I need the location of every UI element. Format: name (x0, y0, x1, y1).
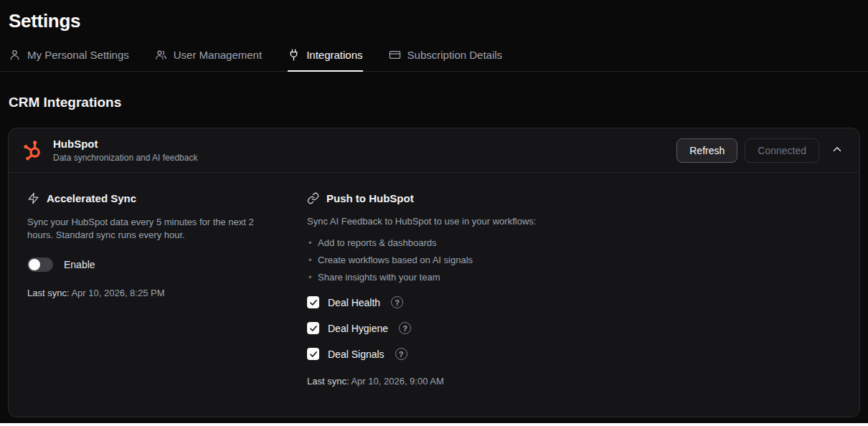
push-last-sync: Last sync: Apr 10, 2026, 9:00 AM (307, 376, 842, 387)
page-header: Settings My Personal Settings User Manag… (0, 0, 868, 72)
push-title: Push to HubSpot (326, 192, 414, 204)
collapse-card-button[interactable] (826, 140, 848, 161)
user-icon (9, 49, 21, 61)
deal-hygiene-checkbox[interactable] (307, 322, 319, 334)
push-to-hubspot-section: Push to HubSpot Sync AI Feedback to HubS… (307, 192, 842, 387)
integration-header-actions: Refresh Connected (676, 138, 848, 163)
toggle-knob (29, 259, 40, 270)
tab-bar: My Personal Settings User Management Int… (9, 49, 859, 72)
tab-subscription-details[interactable]: Subscription Details (389, 49, 503, 72)
integration-card-body: Accelerated Sync Sync your HubSpot data … (9, 173, 859, 417)
users-icon (155, 49, 167, 61)
tab-label: Subscription Details (407, 49, 503, 61)
deal-signals-checkbox[interactable] (307, 348, 319, 360)
deal-health-checkbox[interactable] (307, 296, 319, 308)
link-icon (307, 192, 319, 204)
integration-name: HubSpot (53, 138, 197, 150)
bullet-item: Add to reports & dashboards (307, 237, 842, 248)
chevron-up-icon (831, 143, 844, 158)
tab-integrations[interactable]: Integrations (288, 49, 362, 72)
bullet-item: Create workflows based on AI signals (307, 255, 842, 265)
help-icon[interactable]: ? (395, 348, 407, 360)
deal-hygiene-row: Deal Hygiene ? (307, 322, 842, 334)
refresh-button[interactable]: Refresh (676, 138, 737, 163)
tab-my-personal-settings[interactable]: My Personal Settings (9, 49, 129, 72)
last-sync-value: Apr 10, 2026, 8:25 PM (71, 288, 164, 298)
help-icon[interactable]: ? (391, 296, 403, 308)
last-sync-label: Last sync: (27, 288, 70, 298)
deal-health-row: Deal Health ? (307, 296, 842, 308)
plug-icon (288, 49, 300, 61)
help-icon[interactable]: ? (399, 322, 411, 334)
deal-signals-label: Deal Signals (328, 349, 385, 360)
accelerated-sync-toggle[interactable] (27, 257, 53, 272)
tab-label: Integrations (306, 49, 362, 61)
hubspot-sprocket-icon (22, 139, 46, 161)
connected-status-button: Connected (745, 138, 819, 163)
page-title: Settings (9, 10, 859, 32)
push-heading: Push to HubSpot (307, 192, 842, 204)
integration-header-text: HubSpot Data synchronization and AI feed… (53, 138, 197, 163)
accelerated-sync-title: Accelerated Sync (47, 192, 136, 204)
tab-label: My Personal Settings (27, 49, 129, 61)
enable-toggle-row: Enable (27, 257, 287, 272)
integration-card-header: HubSpot Data synchronization and AI feed… (9, 128, 859, 173)
enable-toggle-label: Enable (64, 259, 95, 270)
deal-hygiene-label: Deal Hygiene (328, 323, 388, 334)
accelerated-sync-heading: Accelerated Sync (27, 192, 287, 204)
last-sync-label: Last sync: (307, 376, 349, 387)
deal-health-label: Deal Health (328, 297, 380, 308)
hubspot-integration-card: HubSpot Data synchronization and AI feed… (8, 128, 860, 417)
credit-card-icon (389, 49, 401, 61)
integration-description: Data synchronization and AI feedback (53, 153, 197, 163)
push-intro: Sync AI Feedback to HubSpot to use in yo… (307, 216, 842, 227)
accelerated-sync-last-sync: Last sync: Apr 10, 2026, 8:25 PM (27, 288, 287, 298)
last-sync-value: Apr 10, 2026, 9:00 AM (351, 376, 443, 387)
section-title: CRM Integrations (0, 95, 868, 110)
push-bullet-list: Add to reports & dashboards Create workf… (307, 237, 842, 283)
bottom-edge-strip (0, 423, 868, 426)
bullet-item: Share insights with your team (307, 272, 842, 283)
tab-label: User Management (174, 49, 262, 61)
lightning-bolt-icon (27, 192, 39, 204)
accelerated-sync-description: Sync your HubSpot data every 5 minutes f… (27, 216, 270, 242)
accelerated-sync-section: Accelerated Sync Sync your HubSpot data … (27, 192, 287, 387)
tab-user-management[interactable]: User Management (155, 49, 262, 72)
deal-signals-row: Deal Signals ? (307, 348, 842, 360)
